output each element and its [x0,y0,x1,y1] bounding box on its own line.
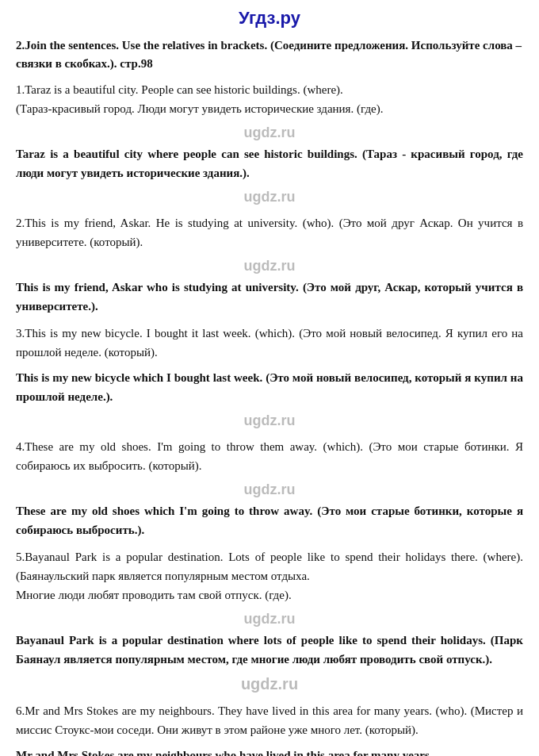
section-5: 5.Bayanaul Park is a popular destination… [16,547,523,693]
watermark-5: ugdz.ru [244,611,296,627]
watermark-2: ugdz.ru [244,258,296,274]
section-6: 6.Mr and Mrs Stokes are my neighbours. T… [16,701,523,756]
section-3: 3.This is my new bicycle. I bought it la… [16,324,523,429]
section-4-original: 4.These are my old shoes. I'm going to t… [16,437,523,475]
section-6-answer: Mr and Mrs Stokes are my neighbours who … [16,746,523,756]
section-5-original: 5.Bayanaul Park is a popular destination… [16,547,523,604]
section-1-original: 1.Taraz is a beautiful city. People can … [16,80,523,118]
page-container: Угдз.ру 2.Join the sentences. Use the re… [0,0,539,756]
section-1: 1.Taraz is a beautiful city. People can … [16,80,523,205]
section-2: 2.This is my friend, Askar. He is studyi… [16,213,523,316]
watermark-1: ugdz.ru [244,125,296,140]
site-title: Угдз.ру [16,8,523,29]
section-2-answer: This is my friend, Askar who is studying… [16,278,523,316]
task-header: 2.Join the sentences. Use the relatives … [16,36,523,72]
section-6-original: 6.Mr and Mrs Stokes are my neighbours. T… [16,701,523,739]
section-5-answer: Bayanaul Park is a popular destination w… [16,631,523,669]
section-4-answer: These are my old shoes which I'm going t… [16,501,523,539]
section-3-answer: This is my new bicycle which I bought la… [16,368,523,406]
section-3-original: 3.This is my new bicycle. I bought it la… [16,324,523,362]
section-4: 4.These are my old shoes. I'm going to t… [16,437,523,539]
watermark-3: ugdz.ru [244,413,296,428]
section-2-original: 2.This is my friend, Askar. He is studyi… [16,213,523,251]
section-1-answer: Taraz is a beautiful city where people c… [16,144,523,182]
watermark-4: ugdz.ru [244,482,296,497]
watermark-5b: ugdz.ru [241,675,298,693]
watermark-1b: ugdz.ru [244,189,296,205]
